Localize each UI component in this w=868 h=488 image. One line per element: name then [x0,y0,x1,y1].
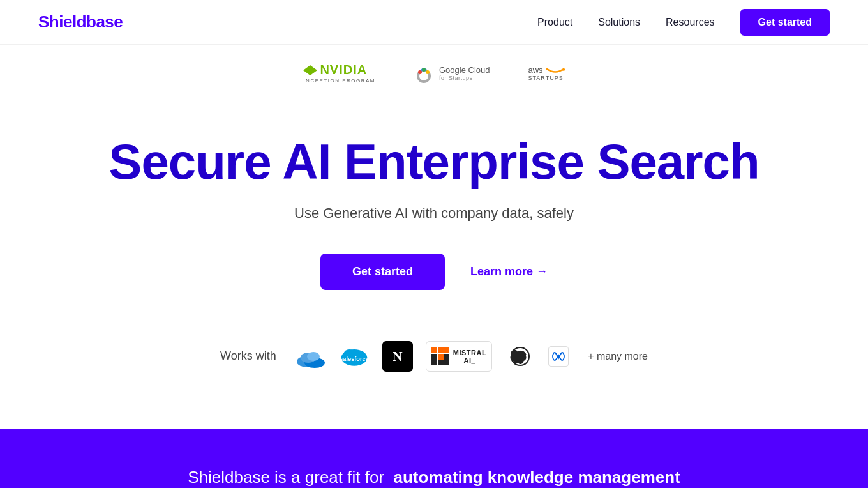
svg-point-4 [422,68,426,72]
svg-rect-18 [438,354,444,360]
mistral-integration-logo: MISTRAL AI_ [426,341,492,372]
aws-partner-logo: aws startups [528,65,565,81]
nav-links: Product Solutions Resources Get started [537,9,830,36]
openai-integration-logo [505,341,535,372]
google-cloud-icon [414,63,434,84]
nav-solutions[interactable]: Solutions [598,17,640,28]
svg-marker-0 [303,65,317,75]
svg-rect-16 [444,347,449,353]
hero-section: Secure AI Enterprise Search Use Generati… [0,96,868,429]
svg-point-3 [426,70,430,74]
svg-rect-17 [431,354,437,360]
svg-rect-21 [438,360,444,365]
nvidia-partner-logo: NVIDIA INCEPTION PROGRAM [303,63,375,84]
svg-rect-20 [431,360,437,365]
nvidia-eye-icon [303,65,317,75]
svg-rect-22 [444,360,449,365]
nav-product[interactable]: Product [537,17,572,28]
nav-get-started-button[interactable]: Get started [740,9,830,36]
logo[interactable]: Shieldbase_ [38,12,131,32]
works-with-section: Works with salesforce N [26,328,842,397]
onedrive-integration-logo [296,341,326,372]
nav-resources[interactable]: Resources [666,17,714,28]
salesforce-integration-logo: salesforce [339,341,370,372]
hero-buttons: Get started Learn more → [26,254,842,290]
meta-integration-logo [548,346,569,367]
hero-title: Secure AI Enterprise Search [26,135,842,190]
svg-point-2 [418,70,422,74]
hero-subtitle: Use Generative AI with company data, saf… [26,205,842,222]
svg-rect-19 [444,354,449,360]
partners-strip: NVIDIA INCEPTION PROGRAM Google Cloud fo… [0,45,868,96]
svg-rect-14 [431,347,437,353]
google-cloud-partner-logo: Google Cloud for Startups [414,63,490,84]
aws-smile-icon [546,67,565,73]
many-more-label: + many more [588,351,648,362]
svg-rect-15 [438,347,444,353]
hero-learn-more-link[interactable]: Learn more → [470,265,548,278]
hero-get-started-button[interactable]: Get started [320,254,445,290]
svg-text:salesforce: salesforce [340,356,369,362]
navigation: Shieldbase_ Product Solutions Resources … [0,0,868,45]
notion-integration-logo: N [382,341,413,372]
works-with-label: Works with [220,349,276,363]
svg-point-9 [307,352,320,361]
bottom-banner: Shieldbase is a great fit for automating… [0,429,868,488]
bottom-banner-text: Shieldbase is a great fit for automating… [0,468,868,487]
